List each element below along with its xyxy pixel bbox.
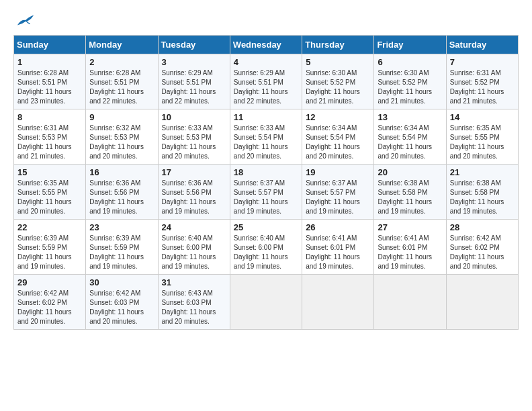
- day-number: 6: [378, 57, 442, 67]
- day-info: Sunrise: 6:31 AMSunset: 5:53 PMDaylight:…: [17, 124, 82, 161]
- day-number: 29: [17, 277, 82, 287]
- day-info: Sunrise: 6:29 AMSunset: 5:51 PMDaylight:…: [234, 68, 298, 106]
- day-number: 12: [306, 112, 370, 122]
- calendar-cell: [374, 275, 446, 330]
- day-number: 3: [162, 57, 226, 67]
- day-info: Sunrise: 6:34 AMSunset: 5:54 PMDaylight:…: [378, 124, 442, 161]
- day-number: 7: [450, 57, 515, 67]
- day-number: 27: [378, 222, 442, 232]
- day-info: Sunrise: 6:32 AMSunset: 5:53 PMDaylight:…: [89, 124, 154, 161]
- calendar-cell: 14Sunrise: 6:35 AMSunset: 5:55 PMDayligh…: [446, 109, 518, 165]
- calendar-cell: 16Sunrise: 6:36 AMSunset: 5:56 PMDayligh…: [86, 165, 158, 220]
- day-number: 20: [378, 167, 442, 177]
- day-number: 8: [17, 112, 82, 122]
- day-info: Sunrise: 6:29 AMSunset: 5:51 PMDaylight:…: [162, 68, 226, 106]
- day-info: Sunrise: 6:28 AMSunset: 5:51 PMDaylight:…: [89, 68, 154, 106]
- day-info: Sunrise: 6:28 AMSunset: 5:51 PMDaylight:…: [17, 68, 82, 106]
- calendar-cell: 3Sunrise: 6:29 AMSunset: 5:51 PMDaylight…: [158, 54, 230, 109]
- day-number: 1: [17, 57, 82, 67]
- day-info: Sunrise: 6:42 AMSunset: 6:02 PMDaylight:…: [450, 234, 515, 271]
- calendar-week-row: 15Sunrise: 6:35 AMSunset: 5:55 PMDayligh…: [14, 165, 519, 220]
- calendar-table: SundayMondayTuesdayWednesdayThursdayFrid…: [13, 35, 519, 330]
- day-number: 18: [234, 167, 298, 177]
- day-number: 13: [378, 112, 442, 122]
- calendar-cell: 6Sunrise: 6:30 AMSunset: 5:52 PMDaylight…: [374, 54, 446, 109]
- logo-bird-icon: [16, 13, 35, 28]
- day-info: Sunrise: 6:38 AMSunset: 5:58 PMDaylight:…: [378, 179, 442, 216]
- calendar-cell: 5Sunrise: 6:30 AMSunset: 5:52 PMDaylight…: [302, 54, 374, 109]
- calendar-cell: 12Sunrise: 6:34 AMSunset: 5:54 PMDayligh…: [302, 109, 374, 165]
- header-saturday: Saturday: [446, 36, 518, 54]
- calendar-cell: 25Sunrise: 6:40 AMSunset: 6:00 PMDayligh…: [230, 220, 302, 275]
- day-info: Sunrise: 6:42 AMSunset: 6:03 PMDaylight:…: [89, 289, 154, 326]
- day-info: Sunrise: 6:42 AMSunset: 6:02 PMDaylight:…: [17, 289, 82, 326]
- day-info: Sunrise: 6:40 AMSunset: 6:00 PMDaylight:…: [234, 234, 298, 271]
- day-info: Sunrise: 6:37 AMSunset: 5:57 PMDaylight:…: [306, 179, 370, 216]
- day-number: 14: [450, 112, 515, 122]
- day-info: Sunrise: 6:35 AMSunset: 5:55 PMDaylight:…: [450, 124, 515, 161]
- calendar-cell: 28Sunrise: 6:42 AMSunset: 6:02 PMDayligh…: [446, 220, 518, 275]
- day-info: Sunrise: 6:33 AMSunset: 5:54 PMDaylight:…: [234, 124, 298, 161]
- calendar-cell: 4Sunrise: 6:29 AMSunset: 5:51 PMDaylight…: [230, 54, 302, 109]
- day-number: 25: [234, 222, 298, 232]
- day-info: Sunrise: 6:31 AMSunset: 5:52 PMDaylight:…: [450, 68, 515, 106]
- day-number: 24: [162, 222, 226, 232]
- calendar-cell: 10Sunrise: 6:33 AMSunset: 5:53 PMDayligh…: [158, 109, 230, 165]
- day-info: Sunrise: 6:37 AMSunset: 5:57 PMDaylight:…: [234, 179, 298, 216]
- header-sunday: Sunday: [14, 36, 86, 54]
- calendar-week-row: 22Sunrise: 6:39 AMSunset: 5:59 PMDayligh…: [14, 220, 519, 275]
- day-info: Sunrise: 6:41 AMSunset: 6:01 PMDaylight:…: [306, 234, 370, 271]
- calendar-cell: 17Sunrise: 6:36 AMSunset: 5:56 PMDayligh…: [158, 165, 230, 220]
- calendar-cell: 1Sunrise: 6:28 AMSunset: 5:51 PMDaylight…: [14, 54, 86, 109]
- calendar-cell: 18Sunrise: 6:37 AMSunset: 5:57 PMDayligh…: [230, 165, 302, 220]
- day-number: 10: [162, 112, 226, 122]
- calendar-cell: 13Sunrise: 6:34 AMSunset: 5:54 PMDayligh…: [374, 109, 446, 165]
- day-info: Sunrise: 6:33 AMSunset: 5:53 PMDaylight:…: [162, 124, 226, 161]
- day-info: Sunrise: 6:36 AMSunset: 5:56 PMDaylight:…: [89, 179, 154, 216]
- header-monday: Monday: [86, 36, 158, 54]
- calendar-cell: 27Sunrise: 6:41 AMSunset: 6:01 PMDayligh…: [374, 220, 446, 275]
- header-tuesday: Tuesday: [158, 36, 230, 54]
- day-number: 16: [89, 167, 154, 177]
- header-thursday: Thursday: [302, 36, 374, 54]
- day-info: Sunrise: 6:41 AMSunset: 6:01 PMDaylight:…: [378, 234, 442, 271]
- day-number: 17: [162, 167, 226, 177]
- calendar-header-row: SundayMondayTuesdayWednesdayThursdayFrid…: [14, 36, 519, 54]
- day-info: Sunrise: 6:38 AMSunset: 5:58 PMDaylight:…: [450, 179, 515, 216]
- calendar-cell: 21Sunrise: 6:38 AMSunset: 5:58 PMDayligh…: [446, 165, 518, 220]
- calendar-cell: 15Sunrise: 6:35 AMSunset: 5:55 PMDayligh…: [14, 165, 86, 220]
- day-number: 28: [450, 222, 515, 232]
- calendar-cell: 19Sunrise: 6:37 AMSunset: 5:57 PMDayligh…: [302, 165, 374, 220]
- day-number: 22: [17, 222, 82, 232]
- day-number: 19: [306, 167, 370, 177]
- header-friday: Friday: [374, 36, 446, 54]
- day-number: 30: [89, 277, 154, 287]
- day-number: 21: [450, 167, 515, 177]
- day-info: Sunrise: 6:39 AMSunset: 5:59 PMDaylight:…: [17, 234, 82, 271]
- day-number: 26: [306, 222, 370, 232]
- logo: [13, 13, 35, 28]
- calendar-cell: 2Sunrise: 6:28 AMSunset: 5:51 PMDaylight…: [86, 54, 158, 109]
- calendar-cell: 30Sunrise: 6:42 AMSunset: 6:03 PMDayligh…: [86, 275, 158, 330]
- calendar-week-row: 29Sunrise: 6:42 AMSunset: 6:02 PMDayligh…: [14, 275, 519, 330]
- day-info: Sunrise: 6:40 AMSunset: 6:00 PMDaylight:…: [162, 234, 226, 271]
- calendar-cell: 20Sunrise: 6:38 AMSunset: 5:58 PMDayligh…: [374, 165, 446, 220]
- day-info: Sunrise: 6:30 AMSunset: 5:52 PMDaylight:…: [306, 68, 370, 106]
- calendar-cell: 31Sunrise: 6:43 AMSunset: 6:03 PMDayligh…: [158, 275, 230, 330]
- day-info: Sunrise: 6:36 AMSunset: 5:56 PMDaylight:…: [162, 179, 226, 216]
- calendar-cell: 23Sunrise: 6:39 AMSunset: 5:59 PMDayligh…: [86, 220, 158, 275]
- day-number: 31: [162, 277, 226, 287]
- page-header: [13, 13, 519, 28]
- calendar-cell: 7Sunrise: 6:31 AMSunset: 5:52 PMDaylight…: [446, 54, 518, 109]
- day-info: Sunrise: 6:35 AMSunset: 5:55 PMDaylight:…: [17, 179, 82, 216]
- calendar-cell: 26Sunrise: 6:41 AMSunset: 6:01 PMDayligh…: [302, 220, 374, 275]
- calendar-cell: 8Sunrise: 6:31 AMSunset: 5:53 PMDaylight…: [14, 109, 86, 165]
- calendar-cell: 11Sunrise: 6:33 AMSunset: 5:54 PMDayligh…: [230, 109, 302, 165]
- day-number: 9: [89, 112, 154, 122]
- day-info: Sunrise: 6:30 AMSunset: 5:52 PMDaylight:…: [378, 68, 442, 106]
- day-number: 23: [89, 222, 154, 232]
- day-info: Sunrise: 6:34 AMSunset: 5:54 PMDaylight:…: [306, 124, 370, 161]
- calendar-cell: 24Sunrise: 6:40 AMSunset: 6:00 PMDayligh…: [158, 220, 230, 275]
- calendar-cell: 9Sunrise: 6:32 AMSunset: 5:53 PMDaylight…: [86, 109, 158, 165]
- day-number: 11: [234, 112, 298, 122]
